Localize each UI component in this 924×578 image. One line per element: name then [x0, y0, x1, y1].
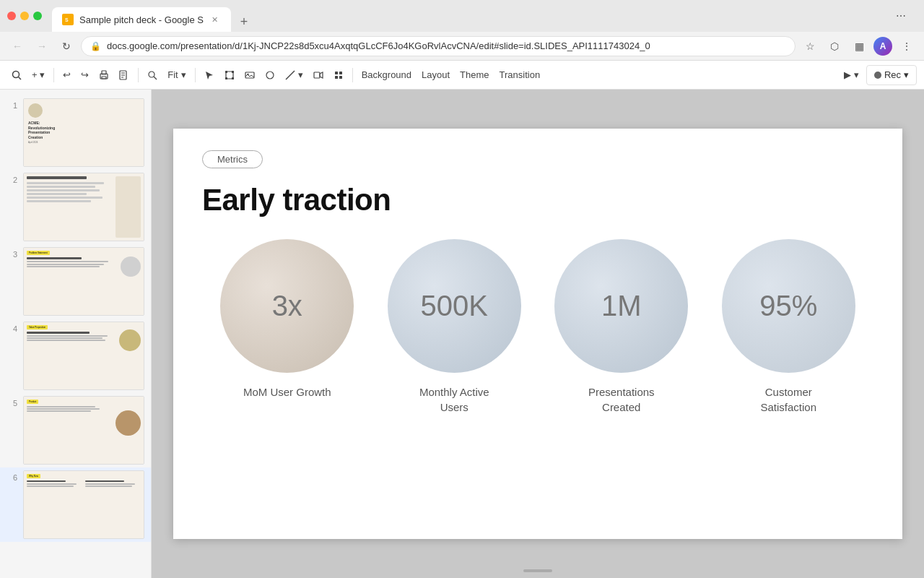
slide-thumb-item-3[interactable]: 3 Problem Statement [0, 244, 151, 319]
slide-number-3: 3 [6, 247, 17, 259]
redo-button[interactable]: ↪ [77, 65, 93, 85]
slide-thumbnail-6: Why Now [23, 470, 144, 539]
copy-format-button[interactable] [115, 65, 134, 85]
layout-label: Layout [422, 69, 450, 80]
slide-number-1: 1 [6, 98, 17, 110]
metric-circle-3: 1M [554, 239, 688, 373]
shapes-tool[interactable] [261, 65, 279, 85]
metric-circle-1: 3x [220, 239, 354, 373]
toolbar-separator-4 [352, 68, 353, 82]
main-layout: 1 ACME:RevolutionizingPresentationCreati… [0, 90, 924, 578]
new-tab-button[interactable]: + [234, 12, 254, 32]
browser-chrome: S Sample pitch deck - Google S ✕ + ⋯ ← →… [0, 0, 924, 90]
metric-circle-4: 95% [722, 239, 855, 373]
rec-label: Rec [884, 69, 901, 80]
slide-thumbnail-2 [23, 173, 144, 241]
metric-value-4: 95% [759, 290, 817, 322]
reload-button[interactable]: ↻ [56, 36, 77, 56]
svg-rect-22 [335, 76, 338, 79]
thumb1-sub-text: April 2024 [28, 141, 139, 144]
slide-scroll-indicator [523, 569, 552, 572]
theme-button[interactable]: Theme [456, 65, 493, 85]
maximize-window-button[interactable] [33, 12, 42, 20]
background-label: Background [362, 69, 411, 80]
metric-item-3: 1M PresentationsCreated [544, 239, 699, 415]
line-tool[interactable]: ▾ [281, 65, 308, 85]
toolbar-separator-3 [195, 68, 196, 82]
transform-tool[interactable] [220, 65, 239, 85]
metric-value-1: 3x [272, 290, 302, 322]
slide-thumbnail-5: Product [23, 396, 144, 465]
slide-thumbnail-1: ACME:RevolutionizingPresentationCreation… [23, 98, 144, 167]
tab-favicon: S [62, 14, 74, 25]
browser-menu-button[interactable]: ⋯ [891, 6, 911, 26]
transition-button[interactable]: Transition [495, 65, 545, 85]
slide-canvas: Metrics Early traction 3x MoM User Growt… [173, 129, 902, 539]
insert-menu[interactable]: + ▾ [27, 65, 49, 85]
tab-bar: S Sample pitch deck - Google S ✕ + [52, 0, 885, 32]
metrics-row: 3x MoM User Growth 500K Monthly ActiveUs… [202, 239, 873, 415]
metric-value-3: 1M [601, 290, 642, 322]
more-tools[interactable] [329, 65, 348, 85]
traffic-lights [7, 12, 42, 20]
extensions-button[interactable]: ⬡ [824, 36, 845, 56]
browser-settings-button[interactable]: ⋮ [897, 36, 917, 56]
svg-rect-12 [232, 71, 234, 73]
select-tool[interactable] [200, 65, 219, 85]
svg-line-18 [286, 71, 295, 79]
present-dropdown-button[interactable]: ▶ ▾ [840, 65, 863, 85]
svg-rect-13 [225, 77, 227, 79]
tab-close-button[interactable]: ✕ [209, 14, 221, 25]
theme-label: Theme [460, 69, 489, 80]
profile-avatar[interactable]: A [873, 37, 892, 56]
slide-thumb-item-2[interactable]: 2 [0, 170, 151, 244]
active-tab[interactable]: S Sample pitch deck - Google S ✕ [52, 7, 231, 32]
record-button[interactable]: Rec ▾ [866, 65, 917, 85]
slide-thumb-item-6[interactable]: 6 Why Now [0, 467, 151, 542]
bookmark-button[interactable]: ☆ [800, 36, 820, 56]
metric-item-2: 500K Monthly ActiveUsers [377, 239, 533, 415]
layout-button[interactable]: Layout [417, 65, 454, 85]
video-tool[interactable] [309, 65, 328, 85]
slide-thumb-item-5[interactable]: 5 Product [0, 393, 151, 467]
back-button[interactable]: ← [7, 36, 27, 56]
svg-line-3 [19, 77, 22, 79]
sidebar-toggle-button[interactable]: ▦ [849, 36, 869, 56]
zoom-value-btn[interactable]: Fit ▾ [163, 65, 190, 85]
svg-rect-11 [225, 71, 227, 73]
svg-line-9 [154, 77, 157, 79]
svg-rect-14 [232, 77, 234, 79]
browser-controls-right: ⋯ [891, 6, 917, 26]
svg-rect-20 [335, 72, 338, 74]
metric-value-2: 500K [421, 290, 488, 322]
minimize-window-button[interactable] [20, 12, 29, 20]
slide-number-6: 6 [6, 470, 17, 482]
print-button[interactable] [95, 65, 113, 85]
toolbar-separator-1 [53, 68, 54, 82]
slide-thumb-item-4[interactable]: 4 Value Proposition [0, 319, 151, 393]
svg-rect-21 [339, 72, 342, 74]
slide-panel: 1 ACME:RevolutionizingPresentationCreati… [0, 90, 152, 578]
background-button[interactable]: Background [357, 65, 416, 85]
metric-item-4: 95% CustomerSatisfaction [711, 239, 867, 415]
toolbar-separator-2 [138, 68, 139, 82]
svg-point-17 [266, 72, 274, 79]
transition-label: Transition [500, 69, 541, 80]
title-bar: S Sample pitch deck - Google S ✕ + ⋯ [0, 0, 924, 32]
close-window-button[interactable] [7, 12, 16, 20]
address-bar[interactable]: 🔒 docs.google.com/presentation/d/1Kj-JNC… [81, 36, 796, 56]
slides-toolbar: + ▾ ↩ ↪ Fit ▾ ▾ [0, 61, 924, 90]
metric-item-1: 3x MoM User Growth [209, 239, 365, 415]
slide-number-2: 2 [6, 173, 17, 184]
forward-button[interactable]: → [32, 36, 52, 56]
image-tool[interactable] [240, 65, 259, 85]
undo-button[interactable]: ↩ [58, 65, 75, 85]
slide-thumb-item-1[interactable]: 1 ACME:RevolutionizingPresentationCreati… [0, 95, 151, 170]
toolbar-right-area: ▶ ▾ Rec ▾ [840, 65, 917, 85]
slide-number-5: 5 [6, 396, 17, 407]
search-button[interactable] [7, 65, 26, 85]
zoom-button[interactable] [143, 65, 162, 85]
metric-circle-2: 500K [388, 239, 521, 373]
slide-canvas-area: Metrics Early traction 3x MoM User Growt… [152, 90, 924, 578]
svg-rect-23 [339, 76, 342, 79]
